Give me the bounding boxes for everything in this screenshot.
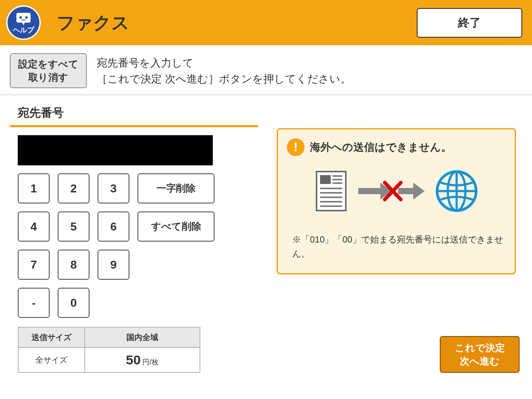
key-backspace[interactable]: 一字削除: [137, 173, 215, 203]
help-button[interactable]: ヘルプ: [6, 5, 41, 40]
price-cell: 50円/枚: [85, 348, 200, 372]
confirm-line2: 次へ進む: [450, 355, 510, 368]
arrow-blocked-icon: [358, 180, 425, 204]
key-dash[interactable]: -: [18, 288, 50, 318]
confirm-line1: これで決定: [450, 341, 510, 355]
svg-rect-0: [16, 13, 31, 23]
notice-title: 海外への送信はできません。: [310, 140, 452, 154]
notice-footnote: ※「010」「00」で始まる宛先番号には送信できません。: [287, 232, 506, 261]
svg-rect-15: [358, 188, 380, 194]
key-8[interactable]: 8: [58, 250, 90, 280]
clear-settings-line2: 取り消す: [16, 71, 81, 84]
page-title: ファクス: [57, 11, 417, 35]
key-3[interactable]: 3: [98, 173, 129, 203]
price-table: 送信サイズ 国内全域 全サイズ 50円/枚: [18, 327, 200, 373]
price-header-region: 国内全域: [85, 327, 200, 348]
price-value: 50: [126, 352, 141, 367]
instruction-line1: 宛先番号を入力して: [97, 55, 351, 71]
price-size-value: 全サイズ: [18, 348, 85, 372]
clear-settings-button[interactable]: 設定をすべて 取り消す: [10, 53, 87, 88]
clear-settings-line1: 設定をすべて: [16, 58, 81, 71]
svg-rect-17: [398, 188, 413, 194]
key-6[interactable]: 6: [98, 211, 129, 242]
svg-rect-6: [320, 175, 331, 184]
svg-rect-2: [20, 16, 22, 19]
overseas-notice: ! 海外への送信はできません。: [277, 128, 516, 274]
key-1[interactable]: 1: [18, 173, 50, 203]
notice-illustration: [287, 168, 506, 216]
instruction-text: 宛先番号を入力して ［これで決定 次へ進む］ボタンを押してください。: [97, 53, 351, 87]
keypad: 1 2 3 一字削除 4 5 6 すべて削除 7 8 9 - 0: [10, 165, 258, 327]
exit-button[interactable]: 終了: [417, 8, 522, 38]
key-9[interactable]: 9: [98, 250, 129, 280]
price-unit: 円/枚: [142, 358, 158, 366]
help-icon: [15, 12, 32, 26]
price-header-size: 送信サイズ: [18, 327, 85, 348]
key-5[interactable]: 5: [58, 211, 90, 242]
svg-marker-18: [413, 183, 425, 200]
dest-number-display: [18, 135, 213, 165]
dest-number-label: 宛先番号: [18, 105, 258, 121]
key-0[interactable]: 0: [58, 288, 90, 318]
key-7[interactable]: 7: [18, 250, 50, 280]
instruction-row: 設定をすべて 取り消す 宛先番号を入力して ［これで決定 次へ進む］ボタンを押し…: [0, 45, 532, 95]
svg-rect-3: [25, 16, 27, 19]
globe-icon: [435, 170, 478, 214]
key-clear[interactable]: すべて削除: [137, 211, 215, 242]
help-label: ヘルプ: [13, 27, 34, 34]
instruction-line2: ［これで決定 次へ進む］ボタンを押してください。: [97, 71, 351, 87]
header-bar: ヘルプ ファクス 終了: [0, 0, 532, 45]
document-icon: [315, 170, 348, 214]
key-4[interactable]: 4: [18, 211, 50, 242]
key-2[interactable]: 2: [58, 173, 90, 203]
svg-rect-4: [22, 20, 25, 20]
svg-marker-1: [22, 22, 25, 25]
warning-icon: !: [287, 138, 305, 156]
confirm-next-button[interactable]: これで決定 次へ進む: [440, 336, 520, 373]
